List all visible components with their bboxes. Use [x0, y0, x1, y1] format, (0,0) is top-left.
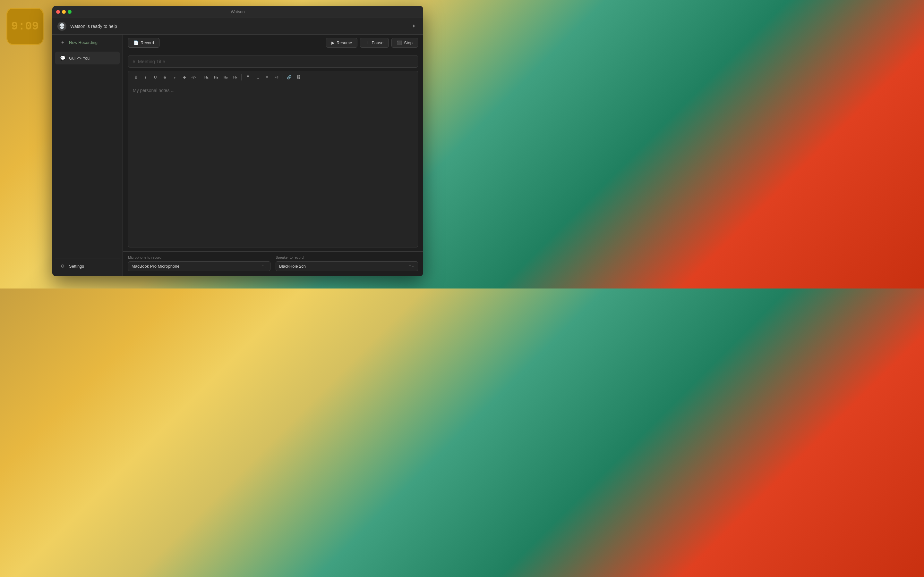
speaker-group: Speaker to record BlackHole 2ch ⌃⌄ — [276, 255, 418, 271]
pause-label: Pause — [372, 40, 383, 45]
traffic-lights — [56, 10, 71, 14]
stop-icon: ⬛ — [397, 40, 402, 45]
avatar-icon: 💀 — [59, 23, 65, 29]
h4-button[interactable]: H₄ — [231, 73, 240, 81]
notes-area[interactable]: My personal notes ... — [128, 83, 418, 247]
meeting-title-placeholder: Meeting Title — [138, 59, 165, 64]
record-label: Record — [141, 40, 154, 45]
code-inline-button[interactable]: </> — [189, 73, 198, 81]
toolbar-separator-2 — [241, 74, 242, 81]
maximize-button[interactable] — [68, 10, 71, 14]
toolbar-separator-3 — [283, 74, 283, 81]
sidebar-item-new-recording[interactable]: + New Recording — [55, 36, 120, 49]
settings-icon: ✦ — [412, 23, 416, 29]
notes-placeholder: My personal notes ... — [133, 88, 174, 93]
sidebar-bottom-divider — [55, 258, 120, 258]
meeting-title-container[interactable]: # Meeting Title — [128, 55, 418, 68]
settings-label: Settings — [69, 264, 84, 269]
mic-chevron-icon: ⌃⌄ — [261, 264, 267, 268]
content-area: + New Recording 💬 Gui <> You ⚙ Settings — [52, 35, 423, 276]
main-window: Watson 💀 Watson is ready to help ✦ + New… — [52, 6, 423, 276]
link-button[interactable]: 🔗 — [284, 73, 294, 81]
ellipsis-button[interactable]: … — [253, 73, 262, 81]
subscript-button[interactable]: ₊ — [170, 73, 179, 81]
align-button[interactable]: ≡ — [262, 73, 271, 81]
sidebar-item-conversation[interactable]: 💬 Gui <> You — [55, 52, 120, 64]
speaker-chevron-icon: ⌃⌄ — [409, 264, 415, 268]
h3-button[interactable]: H₃ — [221, 73, 230, 81]
resume-button[interactable]: ▶ Resume — [326, 38, 357, 48]
chat-icon: 💬 — [59, 55, 66, 61]
clock-time: 9:09 — [11, 20, 39, 33]
microphone-select[interactable]: MacBook Pro Microphone ⌃⌄ — [128, 261, 270, 271]
sidebar-divider — [55, 50, 120, 50]
unlink-button[interactable]: ⛓ — [294, 73, 303, 81]
h2-button[interactable]: H₂ — [212, 73, 220, 81]
speaker-label: Speaker to record — [276, 255, 418, 259]
minimize-button[interactable] — [62, 10, 66, 14]
h1-button[interactable]: H₁ — [202, 73, 211, 81]
microphone-value: MacBook Pro Microphone — [132, 264, 180, 269]
strikethrough-button[interactable]: S — [160, 73, 170, 81]
new-recording-label: New Recording — [69, 40, 97, 45]
pause-icon: ⏸ — [365, 40, 370, 45]
sidebar: + New Recording 💬 Gui <> You ⚙ Settings — [52, 35, 123, 276]
main-panel: 📄 Record ▶ Resume ⏸ Pause ⬛ Stop — [123, 35, 423, 276]
blockquote-button[interactable]: ❝ — [243, 73, 252, 81]
toolbar: 📄 Record ▶ Resume ⏸ Pause ⬛ Stop — [123, 35, 423, 51]
bold-button[interactable]: B — [132, 73, 141, 81]
header-settings-button[interactable]: ✦ — [409, 22, 418, 31]
conversation-label: Gui <> You — [69, 56, 89, 61]
speaker-value: BlackHole 2ch — [279, 264, 306, 269]
editor-area: # Meeting Title B I U S ₊ ◈ </> H₁ H₂ H₃ — [123, 51, 423, 251]
sidebar-item-settings[interactable]: ⚙ Settings — [55, 259, 120, 272]
avatar: 💀 — [57, 22, 66, 31]
record-button[interactable]: 📄 Record — [128, 38, 160, 48]
gear-icon: ⚙ — [59, 263, 66, 269]
microphone-group: Microphone to record MacBook Pro Microph… — [128, 255, 270, 271]
speaker-select[interactable]: BlackHole 2ch ⌃⌄ — [276, 261, 418, 271]
close-button[interactable] — [56, 10, 60, 14]
resume-icon: ▶ — [331, 40, 334, 45]
toolbar-separator-1 — [200, 74, 200, 81]
pause-button[interactable]: ⏸ Pause — [360, 38, 389, 48]
stop-label: Stop — [404, 40, 413, 45]
footer: Microphone to record MacBook Pro Microph… — [123, 251, 423, 276]
header-status: Watson is ready to help — [70, 24, 117, 29]
italic-button[interactable]: I — [141, 73, 150, 81]
microphone-label: Microphone to record — [128, 255, 270, 259]
rich-text-toolbar: B I U S ₊ ◈ </> H₁ H₂ H₃ H₄ ❝ … ≡ ≡# — [128, 71, 418, 83]
underline-button[interactable]: U — [151, 73, 160, 81]
titlebar: Watson — [52, 6, 423, 18]
record-icon: 📄 — [134, 40, 139, 45]
highlight-button[interactable]: ◈ — [180, 73, 189, 81]
header-bar: 💀 Watson is ready to help ✦ — [52, 18, 423, 35]
window-title: Watson — [231, 9, 245, 14]
resume-label: Resume — [336, 40, 352, 45]
heading-icon: # — [133, 59, 136, 64]
list-ordered-button[interactable]: ≡# — [272, 73, 281, 81]
plus-icon: + — [59, 39, 66, 45]
stop-button[interactable]: ⬛ Stop — [391, 38, 418, 48]
clock-widget: 9:09 — [6, 8, 44, 45]
